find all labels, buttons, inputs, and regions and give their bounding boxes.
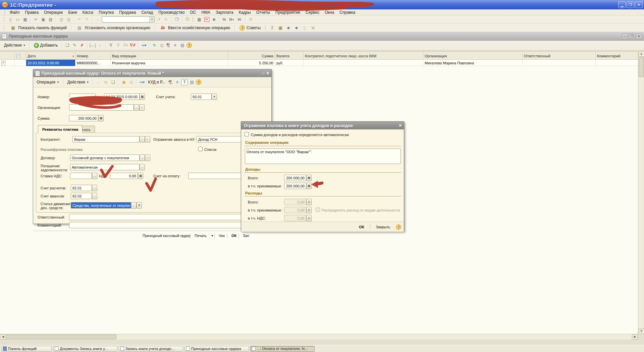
menu-reports[interactable]: Отчеты bbox=[254, 10, 273, 15]
menu-production[interactable]: Производство bbox=[156, 10, 187, 15]
header-comment[interactable]: Комментарий bbox=[596, 52, 638, 60]
document-list-icon[interactable]: ≡ bbox=[174, 79, 180, 85]
help-icon[interactable]: ? bbox=[396, 224, 401, 230]
horizontal-scrollbar[interactable]: ◀ ▶ bbox=[0, 334, 638, 340]
refresh-icon[interactable]: ↻ bbox=[151, 42, 158, 49]
scroll-down-icon[interactable]: ▼ bbox=[638, 329, 644, 334]
magnifier-icon[interactable]: ⌕ bbox=[145, 136, 150, 142]
info-icon[interactable]: ⓘ bbox=[184, 16, 191, 22]
close-button[interactable]: ✕ bbox=[635, 1, 643, 8]
menu-hr[interactable]: Кадры bbox=[236, 10, 254, 15]
document-list-icon[interactable]: ≡ bbox=[172, 42, 178, 49]
delete-icon[interactable]: ✗ bbox=[79, 42, 86, 49]
memory-recall-button[interactable]: M bbox=[221, 17, 227, 21]
header-number[interactable]: Номер bbox=[75, 52, 111, 60]
vat-input[interactable]: 0,00 bbox=[110, 173, 138, 179]
child-close-button[interactable]: ✕ bbox=[636, 34, 642, 39]
menu-windows[interactable]: Окна bbox=[322, 10, 337, 15]
person-document-icon[interactable]: ☻ bbox=[285, 24, 292, 31]
operation-menu-button[interactable]: Операция▼ bbox=[35, 79, 61, 85]
scroll-left-icon[interactable]: ◀ bbox=[0, 334, 6, 340]
copy-icon[interactable]: ▣ bbox=[40, 16, 47, 22]
reread-icon[interactable]: ⇆ bbox=[102, 79, 109, 85]
paste-icon[interactable]: ▤ bbox=[47, 16, 54, 22]
row-icon-cell[interactable] bbox=[15, 60, 26, 66]
vertical-scrollbar[interactable]: ▲ ▼ bbox=[638, 51, 644, 334]
menu-bank[interactable]: Банк bbox=[65, 10, 79, 15]
magnifier-icon[interactable]: ⌕ bbox=[145, 155, 150, 161]
row-marker-cell[interactable] bbox=[0, 60, 15, 66]
open-icon[interactable]: ▭ bbox=[14, 16, 21, 22]
unpost-document-icon[interactable]: ◎ bbox=[128, 79, 135, 85]
taskbar-kudir-record[interactable]: Запись книги учета доходо... bbox=[119, 346, 183, 352]
ok-button[interactable]: ОК bbox=[356, 224, 367, 230]
actions-menu-button[interactable]: Действия▼ bbox=[65, 79, 91, 85]
list-checkbox[interactable] bbox=[198, 147, 203, 151]
menu-sale[interactable]: Продажа bbox=[116, 10, 139, 15]
kud-button[interactable]: КУД и Р... bbox=[146, 79, 167, 85]
calculator-picker-icon[interactable]: ▦ bbox=[306, 175, 312, 181]
responsible-input[interactable] bbox=[69, 214, 269, 220]
dialog-minimize-icon[interactable]: _ bbox=[258, 71, 260, 75]
output-list-icon[interactable]: ⇒▾ bbox=[141, 42, 147, 49]
row-counterparty-cell[interactable] bbox=[304, 60, 423, 66]
menu-cash[interactable]: Касса bbox=[80, 10, 96, 15]
help-icon[interactable]: ? bbox=[196, 79, 201, 85]
save-button-cut[interactable]: Зап bbox=[240, 232, 252, 239]
auto-sum-checkbox[interactable] bbox=[245, 132, 249, 136]
cash-order-dialog-titlebar[interactable]: Приходный кассовый ордер: Оплата от поку… bbox=[33, 69, 271, 77]
show-function-panel-button[interactable]: ▦ Показать панель функций bbox=[8, 24, 69, 32]
header-responsible[interactable]: Ответственный bbox=[523, 52, 596, 60]
row-date-cell[interactable]: 10.03.2011 0:00:00 bbox=[26, 60, 75, 66]
ok-button[interactable]: ОК bbox=[228, 232, 239, 239]
row-sum-cell[interactable]: 5 250,00 bbox=[228, 60, 275, 66]
save-icon[interactable]: ▦ bbox=[22, 16, 29, 22]
previous-icon[interactable]: ← bbox=[95, 79, 102, 85]
vertical-scroll-thumb[interactable] bbox=[639, 57, 644, 77]
ellipsis-picker-icon[interactable]: ... bbox=[134, 104, 139, 111]
kudir-dialog-titlebar[interactable]: Отражение платежа в книге учета доходов … bbox=[241, 122, 404, 129]
chevron-down-icon[interactable]: ▾ bbox=[149, 17, 154, 22]
ellipsis-picker-icon[interactable]: ... bbox=[140, 164, 145, 170]
header-date[interactable]: Дата▴ bbox=[26, 52, 75, 60]
menu-service[interactable]: Сервис bbox=[303, 10, 322, 15]
ellipsis-picker-icon[interactable]: ... bbox=[131, 202, 137, 209]
calculator-picker-icon[interactable]: ▦ bbox=[138, 173, 143, 179]
row-number-cell[interactable]: ММ0000000... bbox=[75, 60, 111, 66]
child-minimize-button[interactable]: — bbox=[622, 34, 628, 39]
scroll-right-icon[interactable]: ▶ bbox=[632, 334, 638, 340]
header-organization[interactable]: Организация bbox=[423, 52, 523, 60]
cut-icon[interactable]: ✂ bbox=[33, 16, 39, 22]
go-forward-icon[interactable]: ↻ bbox=[163, 16, 169, 22]
account-combobox[interactable]: 50.01 bbox=[191, 94, 212, 100]
date-input[interactable]: 14.03.2015 0:00:00 bbox=[104, 94, 140, 100]
copy-item-icon[interactable]: ❏ bbox=[110, 79, 116, 85]
calculator-picker-icon[interactable]: ▦ bbox=[98, 115, 104, 121]
menu-operations[interactable]: Операции bbox=[41, 10, 65, 15]
operation-content-textarea[interactable]: Оплата от покупателя "ООО "Вираж"". bbox=[245, 149, 401, 164]
sum-input[interactable]: 200 000,00 bbox=[69, 115, 98, 121]
calculator-picker-icon[interactable]: ▦ bbox=[306, 215, 312, 221]
menu-help[interactable]: Справка bbox=[337, 10, 358, 15]
output-icon[interactable]: ⇒▾ bbox=[139, 79, 145, 85]
new-document-icon[interactable]: ▯ bbox=[7, 16, 14, 22]
filter-by-value-icon[interactable]: ∇ bbox=[115, 42, 122, 49]
menu-warehouse[interactable]: Склад bbox=[139, 10, 156, 15]
search-icon[interactable]: ⌕ bbox=[94, 16, 101, 22]
dialog-close-icon[interactable]: ✕ bbox=[399, 123, 402, 128]
tips-button[interactable]: ? Советы bbox=[237, 24, 263, 31]
comment-input[interactable] bbox=[69, 222, 269, 228]
set-filter-icon[interactable]: ∇ bbox=[108, 42, 114, 49]
table-settings-icon[interactable]: ▤ bbox=[179, 42, 186, 49]
contract-input[interactable]: Основной договор с покупателем bbox=[70, 155, 140, 161]
expense-accepted-input[interactable]: 0,00 bbox=[284, 207, 306, 213]
copy-item-icon[interactable]: ❏ bbox=[64, 42, 71, 49]
header-marker-column[interactable] bbox=[0, 52, 15, 60]
calendar-icon[interactable]: 31 bbox=[203, 16, 210, 22]
child-restore-button[interactable]: ❐ bbox=[629, 34, 635, 39]
person-document2-icon[interactable]: ☻ bbox=[293, 24, 300, 31]
menu-file[interactable]: Файл bbox=[7, 10, 22, 15]
pko-print-form-button[interactable]: Приходный кассовый ордер bbox=[140, 232, 194, 239]
row-currency-cell[interactable]: руб. bbox=[275, 60, 304, 66]
row-comment-cell[interactable] bbox=[596, 60, 638, 66]
